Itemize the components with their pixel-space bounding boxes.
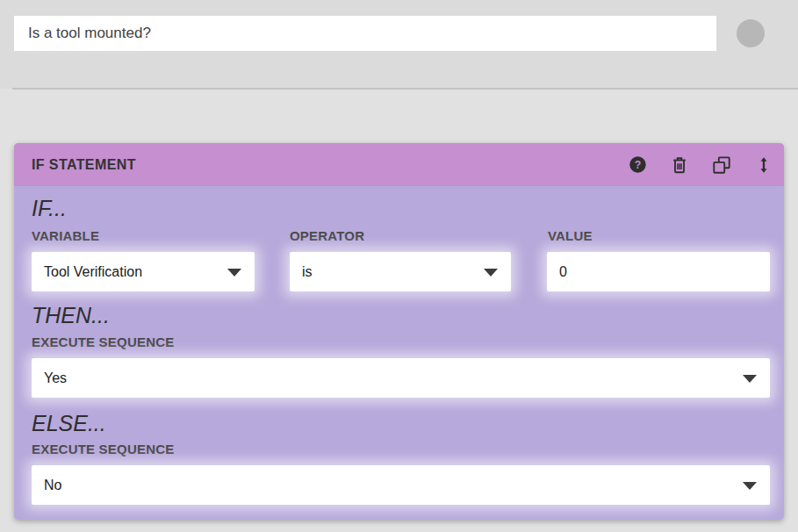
chevron-down-icon	[743, 482, 757, 490]
else-section-label: ELSE...	[32, 411, 106, 436]
variable-select[interactable]: Tool Verification	[32, 252, 255, 291]
operator-select[interactable]: is	[290, 252, 511, 291]
circle-button[interactable]	[737, 19, 765, 47]
variable-label: VARIABLE	[32, 228, 99, 243]
variable-select-value: Tool Verification	[44, 264, 142, 280]
else-execute-sequence-label: EXECUTE SEQUENCE	[32, 442, 174, 457]
then-sequence-select[interactable]: Yes	[32, 358, 770, 398]
help-icon[interactable]: ?	[628, 155, 647, 175]
value-input[interactable]	[547, 252, 770, 291]
else-sequence-select-value: No	[44, 478, 61, 493]
if-section-label: IF...	[32, 196, 67, 221]
section-divider	[12, 88, 798, 90]
then-execute-sequence-label: EXECUTE SEQUENCE	[32, 334, 174, 349]
svg-text:?: ?	[634, 159, 640, 171]
chevron-down-icon	[484, 269, 498, 277]
value-label: VALUE	[548, 228, 593, 243]
trash-icon[interactable]	[670, 155, 689, 175]
copy-icon[interactable]	[712, 155, 731, 175]
operator-select-value: is	[302, 264, 313, 280]
question-section	[0, 0, 798, 89]
card-toolbar: ?	[628, 155, 773, 175]
card-title: IF STATEMENT	[32, 157, 628, 173]
program-editor-canvas: IF STATEMENT ?	[0, 0, 798, 532]
else-sequence-select[interactable]: No	[32, 465, 770, 505]
if-statement-card: IF STATEMENT ?	[14, 143, 784, 520]
then-section-label: THEN...	[32, 303, 110, 328]
question-input[interactable]	[14, 16, 716, 51]
if-statement-header: IF STATEMENT ?	[14, 143, 784, 186]
move-vertical-icon[interactable]	[754, 155, 773, 175]
operator-label: OPERATOR	[290, 228, 364, 243]
then-sequence-select-value: Yes	[44, 370, 67, 386]
chevron-down-icon	[743, 375, 757, 383]
chevron-down-icon	[227, 269, 241, 277]
